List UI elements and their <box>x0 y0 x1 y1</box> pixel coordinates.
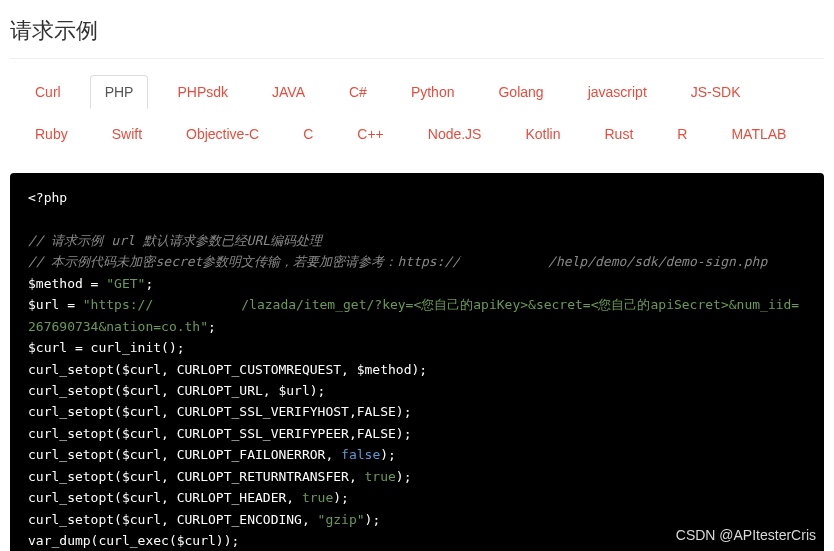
tab-php[interactable]: PHP <box>90 75 149 109</box>
code-block: <?php // 请求示例 url 默认请求参数已经URL编码处理 // 本示例… <box>10 173 824 551</box>
tab-node-js[interactable]: Node.JS <box>413 117 497 151</box>
code-line-setopt-3: curl_setopt($curl, CURLOPT_SSL_VERIFYHOS… <box>28 404 412 419</box>
code-line-method: $method = "GET"; <box>28 276 153 291</box>
code-line-setopt-2: curl_setopt($curl, CURLOPT_URL, $url); <box>28 383 325 398</box>
tab-c-[interactable]: C# <box>334 75 382 109</box>
tab-js-sdk[interactable]: JS-SDK <box>676 75 756 109</box>
tab-phpsdk[interactable]: PHPsdk <box>162 75 243 109</box>
code-line-setopt-7: curl_setopt($curl, CURLOPT_HEADER, true)… <box>28 490 349 505</box>
code-line-setopt-8: curl_setopt($curl, CURLOPT_ENCODING, "gz… <box>28 512 380 527</box>
code-line-setopt-1: curl_setopt($curl, CURLOPT_CUSTOMREQUEST… <box>28 362 427 377</box>
comment-line-2: // 本示例代码未加密secret参数明文传输，若要加密请参考：https://… <box>28 254 767 269</box>
tab-kotlin[interactable]: Kotlin <box>510 117 575 151</box>
tab-curl[interactable]: Curl <box>20 75 76 109</box>
tab-c[interactable]: C <box>288 117 328 151</box>
redacted-host-2 <box>153 300 241 312</box>
tab-golang[interactable]: Golang <box>483 75 558 109</box>
tab-rust[interactable]: Rust <box>590 117 649 151</box>
redacted-host-1 <box>460 257 548 269</box>
language-tabs: CurlPHPPHPsdkJAVAC#PythonGolangjavascrip… <box>10 75 824 159</box>
tab-objective-c[interactable]: Objective-C <box>171 117 274 151</box>
tab-c-[interactable]: C++ <box>342 117 398 151</box>
tab-javascript[interactable]: javascript <box>573 75 662 109</box>
php-open-tag: <?php <box>28 190 67 205</box>
code-line-setopt-6: curl_setopt($curl, CURLOPT_RETURNTRANSFE… <box>28 469 412 484</box>
tab-ruby[interactable]: Ruby <box>20 117 83 151</box>
tab-matlab[interactable]: MATLAB <box>716 117 801 151</box>
code-line-vardump: var_dump(curl_exec($curl)); <box>28 533 239 548</box>
code-line-url: $url = "https:///lazada/item_get/?key=<您… <box>28 297 799 333</box>
tab-python[interactable]: Python <box>396 75 470 109</box>
tab-java[interactable]: JAVA <box>257 75 320 109</box>
comment-line-1: // 请求示例 url 默认请求参数已经URL编码处理 <box>28 233 322 248</box>
code-line-setopt-5: curl_setopt($curl, CURLOPT_FAILONERROR, … <box>28 447 396 462</box>
code-line-curl-init: $curl = curl_init(); <box>28 340 185 355</box>
tab-r[interactable]: R <box>662 117 702 151</box>
section-title: 请求示例 <box>10 12 824 59</box>
code-line-setopt-4: curl_setopt($curl, CURLOPT_SSL_VERIFYPEE… <box>28 426 412 441</box>
tab-swift[interactable]: Swift <box>97 117 157 151</box>
